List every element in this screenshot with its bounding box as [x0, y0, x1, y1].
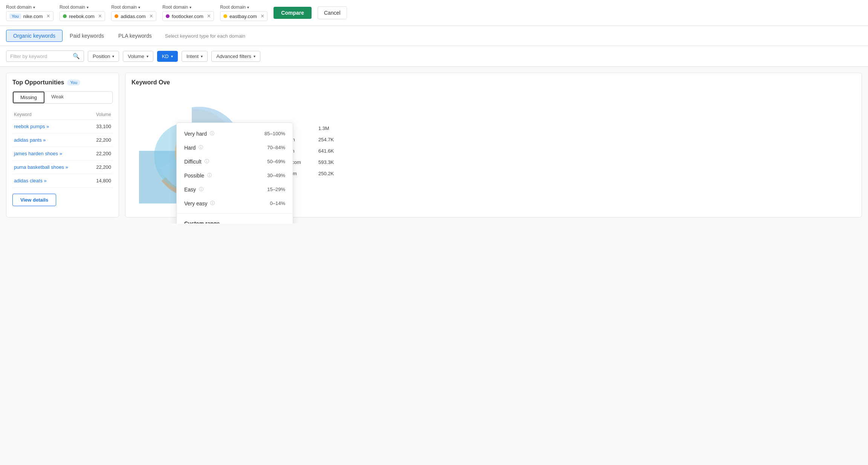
volume-filter-button[interactable]: Volume ▾ [123, 51, 153, 62]
domain-name-eastbay: eastbay.com [229, 14, 257, 19]
kd-divider [177, 213, 293, 214]
cancel-button[interactable]: Cancel [318, 6, 347, 19]
kd-info-very-easy[interactable]: ⓘ [210, 200, 215, 206]
kd-row-hard[interactable]: Hard ⓘ 70–84% [177, 141, 293, 154]
domain-label-nike[interactable]: Root domain ▾ [6, 5, 53, 10]
kd-info-possible[interactable]: ⓘ [207, 172, 212, 179]
kd-range-easy: 15–29% [267, 187, 285, 192]
custom-range-section: Custom range Apply [177, 217, 293, 223]
chevron-down-icon4: ▾ [189, 5, 191, 9]
volume-filter-label: Volume [128, 54, 144, 59]
advanced-filters-button[interactable]: Advanced filters ▾ [211, 51, 260, 62]
chevron-down-icon3: ▾ [138, 5, 140, 9]
domain-group-reebok: Root domain ▾ reebok.com × [60, 5, 105, 21]
domain-label-text: Root domain [6, 5, 32, 10]
chevron-down-icon-intent: ▾ [201, 54, 203, 58]
domain-group-nike: Root domain ▾ You nike.com × [6, 5, 53, 21]
kd-row-very-hard[interactable]: Very hard ⓘ 85–100% [177, 127, 293, 141]
dot-footlocker [166, 14, 170, 18]
kd-range-very-hard: 85–100% [264, 131, 285, 136]
domain-label-reebok[interactable]: Root domain ▾ [60, 5, 105, 10]
legend-value-reebok: 254.7K [318, 137, 334, 142]
top-bar: Root domain ▾ You nike.com × Root domain… [0, 0, 868, 26]
top-opportunities-panel: Top Opportunities You Missing Weak Keywo… [6, 73, 119, 217]
keyword-link[interactable]: puma basketball shoes » [14, 164, 68, 170]
chevron-down-icon-adv: ▾ [254, 54, 255, 58]
kd-filter-button[interactable]: KD ▾ [157, 51, 178, 62]
keyword-link[interactable]: adidas cleats » [14, 178, 47, 184]
kd-label-difficult: Difficult [184, 159, 202, 165]
search-input[interactable] [10, 54, 70, 59]
kd-info-easy[interactable]: ⓘ [199, 186, 203, 193]
dot-reebok [63, 14, 67, 18]
keyword-link[interactable]: reebok pumps » [14, 124, 49, 129]
you-badge: You [9, 14, 21, 19]
chevron-down-icon-kd: ▾ [171, 54, 173, 58]
domain-name-reebok: reebok.com [69, 14, 95, 19]
advanced-filters-label: Advanced filters [216, 54, 251, 59]
kd-label-very-hard: Very hard [184, 131, 207, 137]
kd-range-very-easy: 0–14% [270, 200, 285, 206]
close-footlocker-icon[interactable]: × [207, 13, 211, 19]
keyword-link[interactable]: james harden shoes » [14, 151, 62, 156]
search-icon: 🔍 [73, 53, 80, 60]
tab-organic-keywords[interactable]: Organic keywords [6, 30, 63, 42]
kd-info-difficult[interactable]: ⓘ [205, 158, 209, 165]
kd-dropdown: Very hard ⓘ 85–100% Hard ⓘ 70–84% Diffic… [176, 122, 293, 223]
main-content: Top Opportunities You Missing Weak Keywo… [0, 67, 868, 223]
dot-adidas [115, 14, 118, 18]
kd-label-possible: Possible [184, 173, 204, 179]
domain-chip-reebok: reebok.com × [60, 11, 105, 21]
chevron-down-icon5: ▾ [247, 5, 249, 9]
intent-filter-label: Intent [186, 54, 199, 59]
volume-cell: 22,200 [89, 147, 113, 161]
view-details-button[interactable]: View details [12, 194, 56, 206]
kd-row-difficult[interactable]: Difficult ⓘ 50–69% [177, 154, 293, 168]
kd-filter-label: KD [162, 54, 169, 59]
missing-tab[interactable]: Missing [13, 92, 44, 103]
domain-label-eastbay[interactable]: Root domain ▾ [220, 5, 267, 10]
domain-label-footlocker[interactable]: Root domain ▾ [162, 5, 214, 10]
close-adidas-icon[interactable]: × [150, 13, 153, 19]
chevron-down-icon-vol: ▾ [147, 54, 148, 58]
kd-info-hard[interactable]: ⓘ [199, 144, 203, 151]
kd-info-very-hard[interactable]: ⓘ [210, 130, 214, 137]
position-filter-button[interactable]: Position ▾ [88, 51, 119, 62]
tab-pla-keywords[interactable]: PLA keywords [111, 30, 159, 42]
custom-range-label: Custom range [184, 220, 285, 223]
domain-name-footlocker: footlocker.com [172, 14, 203, 19]
chevron-down-icon2: ▾ [87, 5, 89, 9]
intent-filter-button[interactable]: Intent ▾ [182, 51, 208, 62]
kd-label-easy: Easy [184, 187, 196, 193]
kd-range-difficult: 50–69% [267, 159, 285, 164]
filter-bar: 🔍 Position ▾ Volume ▾ KD ▾ Intent ▾ Adva… [0, 46, 868, 67]
opportunities-table: Keyword Volume reebok pumps » 33,100 adi… [12, 110, 113, 188]
domain-group-footlocker: Root domain ▾ footlocker.com × [162, 5, 214, 21]
legend-value-footlocker: 593.3K [318, 159, 334, 165]
table-row: reebok pumps » 33,100 [12, 120, 113, 133]
domain-label-adidas[interactable]: Root domain ▾ [111, 5, 156, 10]
volume-cell: 33,100 [89, 120, 113, 133]
kd-row-easy[interactable]: Easy ⓘ 15–29% [177, 182, 293, 196]
tab-paid-keywords[interactable]: Paid keywords [63, 30, 111, 42]
legend-value-nike: 1.3M [318, 125, 329, 131]
missing-weak-toggle: Missing Weak [12, 91, 113, 104]
close-eastbay-icon[interactable]: × [261, 13, 264, 19]
volume-cell: 14,800 [89, 174, 113, 188]
keyword-col-header: Keyword [12, 110, 89, 120]
weak-tab[interactable]: Weak [44, 92, 70, 103]
chevron-down-icon-pos: ▾ [112, 54, 114, 58]
kd-row-very-easy[interactable]: Very easy ⓘ 0–14% [177, 196, 293, 210]
kd-range-hard: 70–84% [267, 145, 285, 150]
close-nike-icon[interactable]: × [47, 13, 50, 19]
close-reebok-icon[interactable]: × [98, 13, 102, 19]
keyword-link[interactable]: adidas pants » [14, 137, 46, 143]
kd-range-possible: 30–49% [267, 173, 285, 178]
volume-cell: 22,200 [89, 133, 113, 147]
kd-row-possible[interactable]: Possible ⓘ 30–49% [177, 168, 293, 182]
domain-name-adidas: adidas.com [121, 14, 145, 19]
volume-cell: 22,200 [89, 161, 113, 174]
compare-button[interactable]: Compare [274, 7, 312, 19]
keyword-search-container: 🔍 [6, 50, 84, 62]
domain-chip-nike: You nike.com × [6, 11, 53, 21]
